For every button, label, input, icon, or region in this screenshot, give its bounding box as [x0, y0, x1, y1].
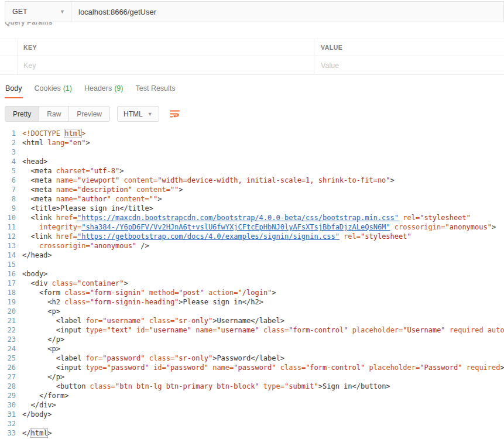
line-number: 33	[0, 428, 22, 438]
tab-headers[interactable]: Headers (9)	[84, 80, 124, 98]
line-number: 10	[0, 213, 22, 222]
request-bar: GET ▼ localhost:8666/getUser	[5, 1, 504, 22]
code-line[interactable]: 30 </div>	[0, 400, 504, 410]
line-number: 4	[0, 157, 22, 166]
value-input[interactable]: Value	[314, 56, 504, 74]
tab-test-results-label: Test Results	[135, 84, 175, 92]
code-line[interactable]: 9 <title>Please sign in</title>	[0, 204, 504, 213]
language-label: HTML	[124, 110, 143, 118]
code-line[interactable]: 4<head>	[0, 157, 504, 166]
code-line[interactable]: 26 <input type="password" id="password" …	[0, 363, 504, 372]
code-line[interactable]: 20 <p>	[0, 307, 504, 316]
query-params-label: Query Params	[5, 22, 504, 26]
line-number: 12	[0, 232, 22, 241]
line-number: 19	[0, 297, 22, 307]
row-handle-column	[0, 39, 18, 56]
code-line[interactable]: 18 <form class="form-signin" method="pos…	[0, 288, 504, 297]
code-line[interactable]: 8 <meta name="author" content="">	[0, 194, 504, 204]
line-number: 28	[0, 382, 22, 391]
tab-cookies-label: Cookies	[35, 84, 61, 92]
line-number: 20	[0, 307, 22, 316]
code-line[interactable]: 31</body>	[0, 410, 504, 419]
query-params-section: Query Params	[5, 22, 504, 29]
line-number: 14	[0, 251, 22, 260]
view-mode-preview[interactable]: Preview	[69, 107, 109, 121]
line-number: 16	[0, 269, 22, 279]
code-line[interactable]: 24 <p>	[0, 344, 504, 354]
view-mode-raw[interactable]: Raw	[39, 107, 69, 121]
code-line[interactable]: 27 </p>	[0, 372, 504, 382]
tab-body[interactable]: Body	[5, 80, 23, 98]
code-line[interactable]: 32	[0, 419, 504, 428]
url-text: localhost:8666/getUser	[78, 8, 156, 16]
code-line[interactable]: 5 <meta charset="utf-8">	[0, 166, 504, 176]
line-number: 3	[0, 148, 22, 157]
code-line[interactable]: 25 <label for="password" class="sr-only"…	[0, 354, 504, 363]
line-number: 7	[0, 185, 22, 194]
line-number: 32	[0, 419, 22, 428]
code-line[interactable]: 10 <link href="https://maxcdn.bootstrapc…	[0, 213, 504, 222]
code-line[interactable]: 11 integrity="sha384-/Y6pD6FV/Vv2HJnA6t+…	[0, 222, 504, 232]
value-column-header: VALUE	[321, 44, 342, 51]
line-number: 6	[0, 176, 22, 185]
code-lines: 1<!DOCTYPE html>2<html lang="en">34<head…	[0, 129, 504, 438]
key-placeholder: Key	[23, 61, 36, 70]
view-toolbar: Pretty Raw Preview HTML ▼	[5, 106, 504, 122]
line-number: 25	[0, 354, 22, 363]
code-line[interactable]: 16<body>	[0, 269, 504, 279]
key-input[interactable]: Key	[18, 56, 314, 74]
url-input[interactable]: localhost:8666/getUser	[71, 2, 503, 22]
line-number: 26	[0, 363, 22, 372]
tab-headers-count: (9)	[114, 84, 123, 92]
code-line[interactable]: 7 <meta name="description" content="">	[0, 185, 504, 194]
line-number: 13	[0, 241, 22, 251]
view-mode-group: Pretty Raw Preview	[5, 106, 110, 122]
code-line[interactable]: 28 <button class="btn btn-lg btn-primary…	[0, 382, 504, 391]
code-line[interactable]: 12 <link href="https://getbootstrap.com/…	[0, 232, 504, 241]
line-number: 24	[0, 344, 22, 354]
tab-cookies-count: (1)	[63, 84, 72, 92]
tab-body-label: Body	[5, 84, 22, 92]
line-number: 18	[0, 288, 22, 297]
params-header-row: KEY VALUE	[0, 39, 504, 56]
code-line[interactable]: 6 <meta name="viewport" content="width=d…	[0, 176, 504, 185]
code-line[interactable]: 23 </p>	[0, 335, 504, 344]
code-line[interactable]: 15	[0, 260, 504, 269]
line-number: 2	[0, 138, 22, 148]
params-entry-row: Key Value	[0, 56, 504, 75]
code-line[interactable]: 22 <input type="text" id="username" name…	[0, 325, 504, 335]
code-line[interactable]: 29 </form>	[0, 391, 504, 400]
code-line[interactable]: 33</html>	[0, 428, 504, 438]
code-line[interactable]: 19 <h2 class="form-signin-heading">Pleas…	[0, 297, 504, 307]
tab-headers-label: Headers	[84, 84, 112, 92]
line-number: 5	[0, 166, 22, 176]
code-line[interactable]: 17 <div class="container">	[0, 279, 504, 288]
line-number: 22	[0, 325, 22, 335]
line-number: 8	[0, 194, 22, 204]
tab-cookies[interactable]: Cookies (1)	[34, 80, 73, 98]
line-number: 11	[0, 222, 22, 232]
language-select[interactable]: HTML ▼	[117, 106, 159, 122]
line-number: 21	[0, 316, 22, 325]
value-placeholder: Value	[321, 61, 339, 70]
row-handle-column	[0, 56, 18, 74]
code-line[interactable]: 1<!DOCTYPE html>	[0, 129, 504, 138]
line-number: 30	[0, 400, 22, 410]
code-line[interactable]: 3	[0, 148, 504, 157]
response-body-editor[interactable]: 1<!DOCTYPE html>2<html lang="en">34<head…	[0, 127, 504, 438]
line-number: 23	[0, 335, 22, 344]
tab-test-results[interactable]: Test Results	[135, 80, 176, 98]
chevron-down-icon: ▼	[60, 9, 65, 15]
code-line[interactable]: 14</head>	[0, 251, 504, 260]
code-line[interactable]: 2<html lang="en">	[0, 138, 504, 148]
code-line[interactable]: 13 crossorigin="anonymous" />	[0, 241, 504, 251]
line-number: 29	[0, 391, 22, 400]
view-mode-pretty[interactable]: Pretty	[5, 107, 39, 121]
wrap-text-button[interactable]	[169, 109, 180, 119]
line-number: 9	[0, 204, 22, 213]
key-column-header: KEY	[23, 44, 37, 51]
method-select[interactable]: GET ▼	[5, 2, 71, 22]
method-label: GET	[12, 8, 28, 16]
response-tabs: Body Cookies (1) Headers (9) Test Result…	[5, 80, 504, 98]
code-line[interactable]: 21 <label for="username" class="sr-only"…	[0, 316, 504, 325]
